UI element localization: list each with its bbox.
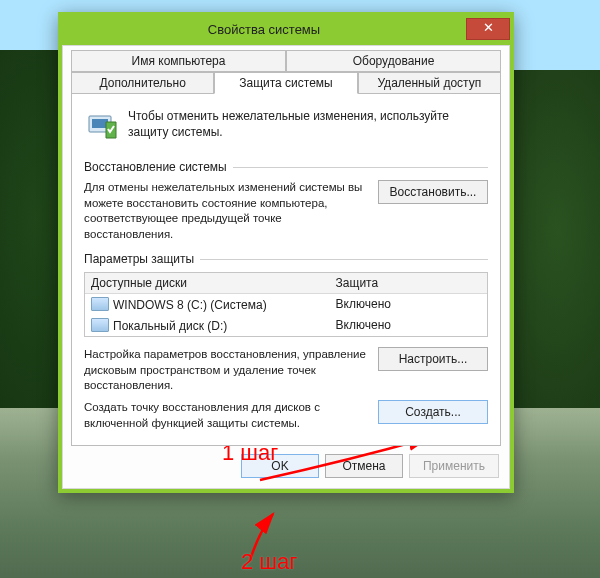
- tab-strip: Имя компьютера Оборудование Дополнительн…: [71, 50, 501, 94]
- dialog-button-bar: OK Отмена Применить: [71, 446, 501, 480]
- col-header-status: Защита: [330, 273, 487, 293]
- tab-advanced[interactable]: Дополнительно: [71, 72, 214, 94]
- drive-icon: [91, 297, 109, 311]
- restore-description: Для отмены нежелательных изменений систе…: [84, 180, 368, 242]
- window-title: Свойства системы: [62, 22, 466, 37]
- tab-hardware[interactable]: Оборудование: [286, 50, 501, 72]
- col-header-drives: Доступные диски: [85, 273, 330, 293]
- drive-status: Включено: [330, 294, 487, 315]
- ok-button[interactable]: OK: [241, 454, 319, 478]
- group-restore: Восстановление системы: [84, 160, 488, 174]
- drive-name: WINDOWS 8 (C:) (Система): [113, 298, 267, 312]
- apply-button: Применить: [409, 454, 499, 478]
- system-properties-dialog: Свойства системы ✕ Имя компьютера Оборуд…: [58, 12, 514, 493]
- close-button[interactable]: ✕: [466, 18, 510, 40]
- create-description: Создать точку восстановления для дисков …: [84, 400, 368, 431]
- restore-button[interactable]: Восстановить...: [378, 180, 488, 204]
- tab-computer-name[interactable]: Имя компьютера: [71, 50, 286, 72]
- cancel-button[interactable]: Отмена: [325, 454, 403, 478]
- tab-page-system-protection: Чтобы отменить нежелательные изменения, …: [71, 93, 501, 446]
- intro-section: Чтобы отменить нежелательные изменения, …: [84, 104, 488, 150]
- configure-button[interactable]: Настроить...: [378, 347, 488, 371]
- table-row[interactable]: Покальный диск (D:) Включено: [85, 315, 487, 336]
- titlebar: Свойства системы ✕: [62, 16, 510, 45]
- drive-table: Доступные диски Защита WINDOWS 8 (C:) (С…: [84, 272, 488, 337]
- dialog-body: Имя компьютера Оборудование Дополнительн…: [62, 45, 510, 489]
- tab-system-protection[interactable]: Защита системы: [214, 72, 357, 94]
- table-row[interactable]: WINDOWS 8 (C:) (Система) Включено: [85, 294, 487, 315]
- intro-text: Чтобы отменить нежелательные изменения, …: [128, 108, 486, 140]
- tab-remote[interactable]: Удаленный доступ: [358, 72, 501, 94]
- system-protection-icon: [86, 108, 118, 140]
- create-button[interactable]: Создать...: [378, 400, 488, 424]
- drive-name: Покальный диск (D:): [113, 319, 227, 333]
- drive-status: Включено: [330, 315, 487, 336]
- drive-icon: [91, 318, 109, 332]
- group-protection: Параметры защиты: [84, 252, 488, 266]
- configure-description: Настройка параметров восстановления, упр…: [84, 347, 368, 394]
